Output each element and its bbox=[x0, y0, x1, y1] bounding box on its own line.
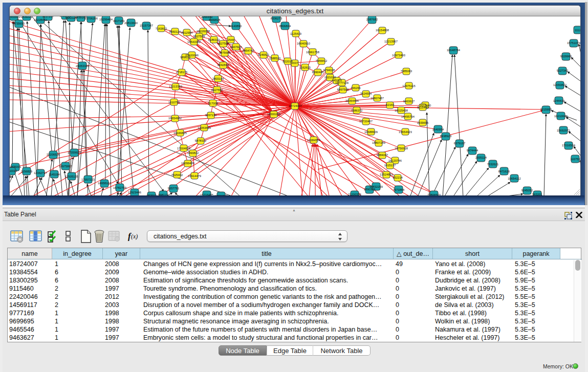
svg-text:9875685: 9875685 bbox=[219, 51, 231, 54]
svg-text:8336273: 8336273 bbox=[271, 17, 282, 20]
svg-text:10228452: 10228452 bbox=[34, 18, 47, 21]
svg-text:9227342: 9227342 bbox=[557, 69, 569, 72]
svg-text:10973493: 10973493 bbox=[392, 54, 405, 57]
svg-text:1125419: 1125419 bbox=[290, 32, 301, 35]
svg-text:482913: 482913 bbox=[146, 194, 156, 195]
svg-text:14495794: 14495794 bbox=[401, 115, 415, 118]
svg-text:18724007: 18724007 bbox=[289, 104, 302, 107]
svg-text:1156829: 1156829 bbox=[21, 170, 32, 173]
svg-text:12505135: 12505135 bbox=[65, 175, 78, 178]
svg-text:8660124: 8660124 bbox=[169, 30, 181, 33]
svg-text:15716485: 15716485 bbox=[200, 193, 213, 195]
svg-text:18807249: 18807249 bbox=[372, 141, 385, 144]
svg-text:15157347: 15157347 bbox=[140, 24, 153, 27]
svg-text:16914479: 16914479 bbox=[188, 174, 201, 178]
svg-text:3917183: 3917183 bbox=[113, 19, 125, 23]
svg-text:19299464: 19299464 bbox=[99, 18, 113, 21]
svg-text:12213369: 12213369 bbox=[169, 85, 182, 88]
svg-text:16648784: 16648784 bbox=[447, 49, 461, 52]
svg-text:62160: 62160 bbox=[386, 103, 394, 106]
svg-text:8938923: 8938923 bbox=[440, 135, 452, 138]
svg-text:563201: 563201 bbox=[532, 193, 542, 195]
svg-text:7955812: 7955812 bbox=[316, 59, 328, 62]
svg-text:6379197: 6379197 bbox=[454, 142, 466, 145]
svg-text:15751074: 15751074 bbox=[567, 41, 580, 45]
svg-text:8990448: 8990448 bbox=[312, 71, 324, 74]
svg-text:10025438: 10025438 bbox=[395, 109, 408, 112]
svg-text:7671884: 7671884 bbox=[393, 188, 405, 191]
svg-text:9329966: 9329966 bbox=[560, 55, 572, 58]
svg-text:9474444: 9474444 bbox=[467, 149, 478, 152]
svg-text:746266: 746266 bbox=[351, 86, 360, 90]
svg-text:9794028: 9794028 bbox=[323, 69, 335, 72]
svg-text:14958167: 14958167 bbox=[98, 182, 111, 185]
svg-text:2087682: 2087682 bbox=[366, 18, 378, 21]
svg-text:1939695: 1939695 bbox=[417, 121, 429, 124]
svg-text:19654982: 19654982 bbox=[168, 117, 182, 120]
svg-text:15226058: 15226058 bbox=[197, 30, 210, 33]
svg-text:12342717: 12342717 bbox=[34, 171, 47, 174]
svg-text:26053346: 26053346 bbox=[76, 64, 89, 68]
svg-text:20813640: 20813640 bbox=[124, 21, 138, 25]
svg-text:1588520: 1588520 bbox=[269, 57, 281, 60]
svg-text:21200396: 21200396 bbox=[348, 193, 361, 195]
svg-text:19384554: 19384554 bbox=[307, 139, 321, 142]
svg-text:989610: 989610 bbox=[180, 56, 190, 59]
svg-text:10807487: 10807487 bbox=[371, 97, 384, 100]
svg-text:23706266: 23706266 bbox=[84, 17, 98, 20]
svg-text:22806503: 22806503 bbox=[427, 193, 441, 195]
svg-text:2967608: 2967608 bbox=[230, 46, 242, 49]
svg-text:2037: 2037 bbox=[292, 61, 298, 64]
svg-text:5878312: 5878312 bbox=[195, 139, 207, 142]
svg-text:3624554: 3624554 bbox=[360, 92, 372, 95]
svg-text:16154808: 16154808 bbox=[376, 29, 389, 32]
svg-text:18300295: 18300295 bbox=[267, 113, 280, 116]
svg-text:16782759: 16782759 bbox=[113, 186, 126, 189]
svg-text:17956909: 17956909 bbox=[214, 194, 228, 195]
svg-text:7625402: 7625402 bbox=[171, 173, 183, 177]
svg-text:1999828: 1999828 bbox=[209, 18, 221, 21]
svg-text:8471626: 8471626 bbox=[498, 170, 510, 173]
svg-text:1640954: 1640954 bbox=[432, 128, 444, 131]
svg-text:3215955: 3215955 bbox=[540, 108, 552, 111]
svg-text:998121: 998121 bbox=[158, 193, 168, 195]
svg-text:16210643: 16210643 bbox=[554, 115, 568, 118]
svg-text:12975115: 12975115 bbox=[402, 84, 415, 87]
svg-text:152214: 152214 bbox=[393, 176, 403, 179]
svg-text:13654923: 13654923 bbox=[399, 130, 412, 134]
svg-text:17957223: 17957223 bbox=[81, 178, 95, 181]
svg-text:116753: 116753 bbox=[571, 158, 580, 161]
svg-text:1145194: 1145194 bbox=[49, 173, 60, 176]
svg-text:8912954: 8912954 bbox=[181, 31, 193, 34]
svg-text:8427552: 8427552 bbox=[211, 89, 223, 92]
svg-text:9217207: 9217207 bbox=[42, 16, 54, 18]
svg-text:7632621: 7632621 bbox=[487, 163, 499, 166]
svg-text:9242843: 9242843 bbox=[217, 63, 229, 67]
svg-text:1615137: 1615137 bbox=[384, 164, 396, 167]
svg-text:12093822: 12093822 bbox=[553, 83, 567, 86]
svg-text:317004: 317004 bbox=[208, 102, 218, 105]
svg-text:16961758: 16961758 bbox=[306, 51, 319, 54]
svg-text:14353594: 14353594 bbox=[198, 126, 211, 129]
svg-text:13524851: 13524851 bbox=[380, 173, 393, 176]
svg-text:2803144: 2803144 bbox=[212, 77, 224, 80]
svg-text:19832259: 19832259 bbox=[369, 185, 383, 188]
svg-text:10688609: 10688609 bbox=[364, 130, 378, 134]
svg-text:15692971: 15692971 bbox=[557, 129, 570, 132]
svg-text:2546: 2546 bbox=[228, 38, 234, 41]
svg-text:10654112: 10654112 bbox=[508, 177, 520, 180]
svg-text:1162615: 1162615 bbox=[299, 66, 311, 69]
svg-text:4143890: 4143890 bbox=[230, 25, 242, 28]
svg-text:17004678: 17004678 bbox=[177, 147, 190, 150]
svg-text:16543382: 16543382 bbox=[187, 40, 201, 43]
svg-text:9527509: 9527509 bbox=[193, 35, 205, 38]
svg-text:1839221: 1839221 bbox=[21, 16, 33, 18]
svg-text:19777109: 19777109 bbox=[335, 81, 349, 84]
svg-text:3910312: 3910312 bbox=[10, 169, 17, 172]
svg-text:9245052: 9245052 bbox=[521, 189, 533, 192]
svg-text:6497508: 6497508 bbox=[337, 88, 349, 91]
svg-text:4735650: 4735650 bbox=[13, 22, 25, 25]
svg-text:8186323: 8186323 bbox=[208, 38, 220, 41]
svg-text:9527508: 9527508 bbox=[217, 42, 229, 45]
svg-text:12923446: 12923446 bbox=[128, 191, 141, 194]
